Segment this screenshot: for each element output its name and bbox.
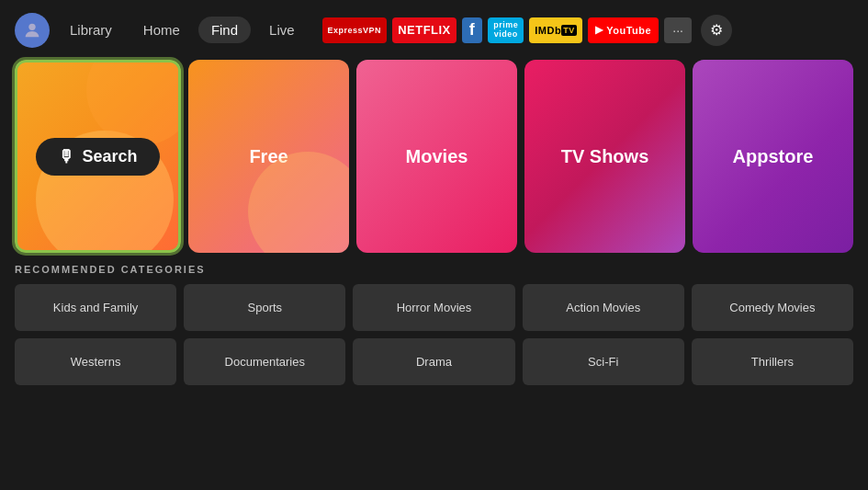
free-tile[interactable]: Free	[188, 60, 349, 253]
category-grid: Kids and Family Sports Horror Movies Act…	[15, 284, 853, 385]
nav-home[interactable]: Home	[130, 17, 193, 43]
main-content: 🎙 Search Free Movies TV Shows Appstore	[0, 60, 868, 253]
tvshows-label: TV Shows	[561, 146, 649, 167]
category-thrillers[interactable]: Thrillers	[692, 338, 853, 385]
category-westerns[interactable]: Westerns	[15, 338, 176, 385]
primevideo-icon[interactable]: primevideo	[488, 17, 524, 43]
nav-library[interactable]: Library	[57, 17, 125, 43]
avatar[interactable]	[15, 13, 50, 48]
nav: Library Home Find Live	[57, 17, 308, 43]
section-title: RECOMMENDED CATEGORIES	[15, 264, 853, 275]
category-drama[interactable]: Drama	[353, 338, 514, 385]
category-documentaries[interactable]: Documentaries	[184, 338, 345, 385]
mic-icon: 🎙	[58, 147, 74, 166]
tiles-row: 🎙 Search Free Movies TV Shows Appstore	[15, 60, 853, 253]
categories-section: RECOMMENDED CATEGORIES Kids and Family S…	[0, 253, 868, 385]
tvshows-tile[interactable]: TV Shows	[524, 60, 685, 253]
search-label: Search	[82, 147, 137, 166]
search-tile[interactable]: 🎙 Search	[15, 60, 181, 253]
nav-live[interactable]: Live	[256, 17, 308, 43]
category-action-movies[interactable]: Action Movies	[523, 284, 684, 331]
category-sports[interactable]: Sports	[184, 284, 345, 331]
movies-label: Movies	[406, 146, 468, 167]
freeform-icon[interactable]: f	[462, 17, 483, 43]
service-icons: ExpressVPN NETFLIX f primevideo IMDb TV …	[322, 15, 733, 46]
expressvpn-icon[interactable]: ExpressVPN	[322, 17, 388, 43]
netflix-icon[interactable]: NETFLIX	[392, 17, 457, 43]
header: Library Home Find Live ExpressVPN NETFLI…	[0, 0, 868, 60]
category-horror-movies[interactable]: Horror Movies	[353, 284, 514, 331]
imdbtv-icon[interactable]: IMDb TV	[529, 17, 581, 43]
search-pill[interactable]: 🎙 Search	[36, 138, 159, 176]
settings-button[interactable]: ⚙	[701, 15, 732, 46]
svg-point-0	[28, 23, 35, 29]
nav-find[interactable]: Find	[198, 17, 251, 43]
category-comedy-movies[interactable]: Comedy Movies	[692, 284, 853, 331]
appstore-label: Appstore	[733, 146, 814, 167]
appstore-tile[interactable]: Appstore	[693, 60, 853, 253]
youtube-icon[interactable]: ▶ YouTube	[588, 17, 659, 43]
category-sci-fi[interactable]: Sci-Fi	[523, 338, 684, 385]
free-label: Free	[249, 146, 287, 167]
movies-tile[interactable]: Movies	[356, 60, 517, 253]
more-services-button[interactable]: ···	[664, 17, 692, 43]
category-kids-and-family[interactable]: Kids and Family	[15, 284, 176, 331]
